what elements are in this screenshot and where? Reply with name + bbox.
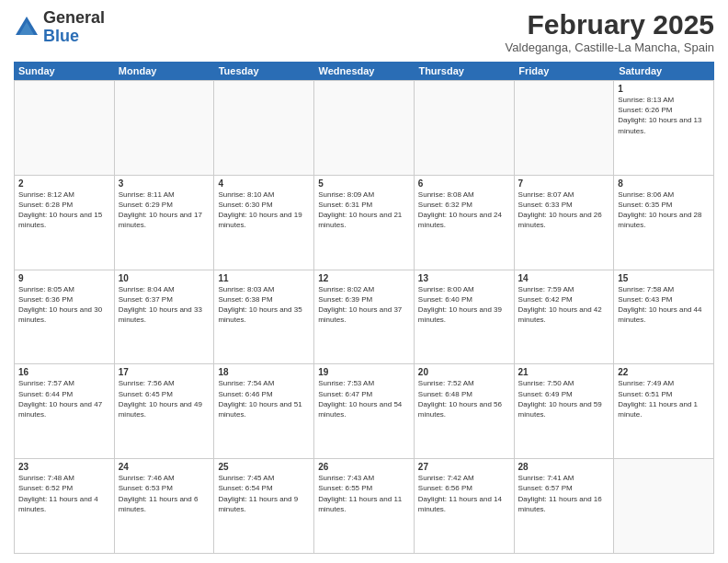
calendar-cell: 28Sunrise: 7:41 AM Sunset: 6:57 PM Dayli…	[515, 459, 615, 554]
day-info: Sunrise: 7:56 AM Sunset: 6:45 PM Dayligh…	[119, 378, 210, 419]
calendar-cell: 22Sunrise: 7:49 AM Sunset: 6:51 PM Dayli…	[614, 364, 714, 459]
calendar-cell	[214, 81, 314, 176]
day-number: 15	[618, 273, 710, 283]
day-number: 7	[518, 178, 610, 189]
day-number: 21	[518, 367, 610, 377]
day-info: Sunrise: 8:00 AM Sunset: 6:40 PM Dayligh…	[418, 284, 510, 326]
calendar-cell: 14Sunrise: 7:59 AM Sunset: 6:42 PM Dayli…	[515, 270, 615, 365]
calendar-cell: 26Sunrise: 7:43 AM Sunset: 6:55 PM Dayli…	[314, 459, 415, 554]
day-info: Sunrise: 8:03 AM Sunset: 6:38 PM Dayligh…	[218, 284, 310, 326]
calendar-cell: 13Sunrise: 8:00 AM Sunset: 6:40 PM Dayli…	[415, 270, 515, 365]
day-info: Sunrise: 7:48 AM Sunset: 6:52 PM Dayligh…	[18, 473, 110, 514]
day-number: 1	[618, 84, 710, 94]
header: General Blue February 2025 Valdeganga, C…	[14, 9, 714, 54]
day-number: 12	[318, 273, 410, 283]
calendar-header: SundayMondayTuesdayWednesdayThursdayFrid…	[14, 62, 714, 80]
calendar-header-cell: Sunday	[14, 62, 114, 80]
day-info: Sunrise: 7:42 AM Sunset: 6:56 PM Dayligh…	[418, 473, 510, 514]
month-title: February 2025	[506, 9, 714, 40]
calendar: SundayMondayTuesdayWednesdayThursdayFrid…	[14, 62, 714, 554]
calendar-cell	[314, 81, 415, 176]
day-info: Sunrise: 7:52 AM Sunset: 6:48 PM Dayligh…	[418, 378, 510, 419]
day-number: 25	[218, 462, 310, 472]
calendar-cell	[415, 81, 515, 176]
day-number: 16	[18, 367, 110, 377]
day-info: Sunrise: 8:06 AM Sunset: 6:35 PM Dayligh…	[618, 190, 710, 231]
calendar-cell: 25Sunrise: 7:45 AM Sunset: 6:54 PM Dayli…	[214, 459, 314, 554]
day-number: 11	[218, 273, 310, 283]
calendar-header-cell: Saturday	[614, 62, 714, 80]
day-number: 10	[119, 273, 210, 283]
day-info: Sunrise: 7:50 AM Sunset: 6:49 PM Dayligh…	[518, 378, 610, 419]
day-info: Sunrise: 8:13 AM Sunset: 6:26 PM Dayligh…	[618, 95, 710, 136]
calendar-cell: 4Sunrise: 8:10 AM Sunset: 6:30 PM Daylig…	[214, 176, 314, 270]
location: Valdeganga, Castille-La Mancha, Spain	[506, 40, 714, 54]
calendar-cell: 9Sunrise: 8:05 AM Sunset: 6:36 PM Daylig…	[15, 270, 115, 365]
day-number: 6	[418, 178, 510, 189]
calendar-cell: 3Sunrise: 8:11 AM Sunset: 6:29 PM Daylig…	[115, 176, 215, 270]
title-block: February 2025 Valdeganga, Castille-La Ma…	[506, 9, 714, 54]
calendar-row: 2Sunrise: 8:12 AM Sunset: 6:28 PM Daylig…	[15, 176, 714, 270]
day-info: Sunrise: 7:49 AM Sunset: 6:51 PM Dayligh…	[618, 378, 710, 419]
calendar-row: 9Sunrise: 8:05 AM Sunset: 6:36 PM Daylig…	[15, 270, 714, 365]
calendar-cell: 21Sunrise: 7:50 AM Sunset: 6:49 PM Dayli…	[515, 364, 615, 459]
logo-icon	[14, 15, 40, 40]
day-info: Sunrise: 8:08 AM Sunset: 6:32 PM Dayligh…	[418, 190, 510, 231]
day-number: 23	[18, 462, 110, 472]
day-info: Sunrise: 8:11 AM Sunset: 6:29 PM Dayligh…	[119, 190, 210, 231]
calendar-row: 1Sunrise: 8:13 AM Sunset: 6:26 PM Daylig…	[15, 81, 714, 176]
day-number: 2	[18, 178, 110, 189]
day-info: Sunrise: 8:12 AM Sunset: 6:28 PM Dayligh…	[18, 190, 110, 231]
calendar-row: 16Sunrise: 7:57 AM Sunset: 6:44 PM Dayli…	[15, 364, 714, 459]
calendar-header-cell: Tuesday	[214, 62, 314, 80]
day-info: Sunrise: 8:10 AM Sunset: 6:30 PM Dayligh…	[218, 190, 310, 231]
calendar-header-cell: Wednesday	[314, 62, 415, 80]
logo: General Blue	[14, 9, 105, 46]
day-info: Sunrise: 7:46 AM Sunset: 6:53 PM Dayligh…	[119, 473, 210, 514]
day-number: 14	[518, 273, 610, 283]
calendar-cell: 2Sunrise: 8:12 AM Sunset: 6:28 PM Daylig…	[15, 176, 115, 270]
calendar-cell: 27Sunrise: 7:42 AM Sunset: 6:56 PM Dayli…	[415, 459, 515, 554]
calendar-cell: 8Sunrise: 8:06 AM Sunset: 6:35 PM Daylig…	[614, 176, 714, 270]
calendar-cell: 15Sunrise: 7:58 AM Sunset: 6:43 PM Dayli…	[614, 270, 714, 365]
calendar-cell	[115, 81, 215, 176]
day-number: 3	[119, 178, 210, 189]
calendar-row: 23Sunrise: 7:48 AM Sunset: 6:52 PM Dayli…	[15, 459, 714, 554]
day-info: Sunrise: 8:02 AM Sunset: 6:39 PM Dayligh…	[318, 284, 410, 326]
calendar-header-cell: Monday	[114, 62, 214, 80]
page: General Blue February 2025 Valdeganga, C…	[0, 0, 728, 563]
calendar-cell: 20Sunrise: 7:52 AM Sunset: 6:48 PM Dayli…	[415, 364, 515, 459]
day-info: Sunrise: 7:57 AM Sunset: 6:44 PM Dayligh…	[18, 378, 110, 419]
day-info: Sunrise: 7:45 AM Sunset: 6:54 PM Dayligh…	[218, 473, 310, 514]
calendar-cell	[15, 81, 115, 176]
day-info: Sunrise: 8:07 AM Sunset: 6:33 PM Dayligh…	[518, 190, 610, 231]
day-info: Sunrise: 7:54 AM Sunset: 6:46 PM Dayligh…	[218, 378, 310, 419]
day-number: 9	[18, 273, 110, 283]
day-number: 19	[318, 367, 410, 377]
day-info: Sunrise: 7:43 AM Sunset: 6:55 PM Dayligh…	[318, 473, 410, 514]
day-number: 4	[218, 178, 310, 189]
calendar-header-cell: Thursday	[414, 62, 514, 80]
calendar-cell: 24Sunrise: 7:46 AM Sunset: 6:53 PM Dayli…	[115, 459, 215, 554]
calendar-cell: 23Sunrise: 7:48 AM Sunset: 6:52 PM Dayli…	[15, 459, 115, 554]
calendar-cell: 18Sunrise: 7:54 AM Sunset: 6:46 PM Dayli…	[214, 364, 314, 459]
day-number: 17	[119, 367, 210, 377]
day-info: Sunrise: 7:53 AM Sunset: 6:47 PM Dayligh…	[318, 378, 410, 419]
day-number: 5	[318, 178, 410, 189]
calendar-cell: 17Sunrise: 7:56 AM Sunset: 6:45 PM Dayli…	[115, 364, 215, 459]
calendar-cell: 19Sunrise: 7:53 AM Sunset: 6:47 PM Dayli…	[314, 364, 415, 459]
day-number: 18	[218, 367, 310, 377]
calendar-cell: 7Sunrise: 8:07 AM Sunset: 6:33 PM Daylig…	[515, 176, 615, 270]
day-number: 27	[418, 462, 510, 472]
calendar-body: 1Sunrise: 8:13 AM Sunset: 6:26 PM Daylig…	[14, 80, 714, 554]
logo-blue: Blue	[43, 28, 105, 46]
day-number: 13	[418, 273, 510, 283]
calendar-cell	[614, 459, 714, 554]
day-info: Sunrise: 8:05 AM Sunset: 6:36 PM Dayligh…	[18, 284, 110, 326]
day-number: 28	[518, 462, 610, 472]
day-info: Sunrise: 8:04 AM Sunset: 6:37 PM Dayligh…	[119, 284, 210, 326]
day-info: Sunrise: 7:59 AM Sunset: 6:42 PM Dayligh…	[518, 284, 610, 326]
logo-general: General	[43, 9, 105, 28]
calendar-cell: 5Sunrise: 8:09 AM Sunset: 6:31 PM Daylig…	[314, 176, 415, 270]
day-number: 8	[618, 178, 710, 189]
